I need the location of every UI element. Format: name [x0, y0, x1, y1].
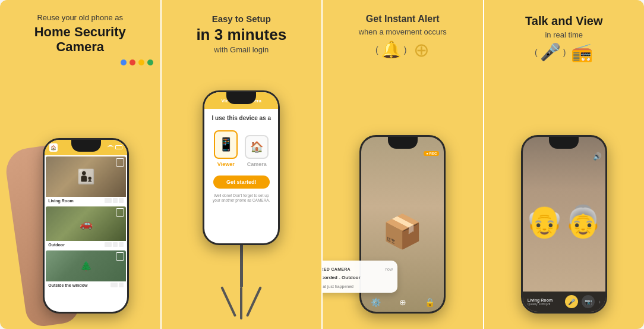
notif-header: 📷 ALFRED CAMERA now — [323, 265, 393, 273]
panel1-subtitle: Reuse your old phone as — [34, 13, 126, 23]
notif-title: Event Recorded - Outdoor — [323, 275, 393, 280]
p4-mic-button[interactable]: 🎤 — [565, 295, 578, 308]
camera-choice-label: Camera — [247, 161, 267, 167]
choice-camera: 🏠 Camera — [245, 135, 269, 167]
window-label: Outside the window — [48, 283, 87, 287]
sound-wave-right-4: ) — [563, 48, 566, 57]
tripod — [217, 240, 265, 319]
feed-outdoor-image: 🚗 — [46, 206, 126, 241]
tripod-leg-center — [240, 287, 242, 319]
notification-card: 📷 ALFRED CAMERA now Event Recorded - Out… — [323, 261, 397, 293]
lock-icon: 🔒 — [425, 297, 435, 307]
feed-controls-2 — [105, 242, 124, 247]
feed-living-room-image: 👨‍👦 — [46, 156, 126, 197]
tripod-base — [217, 287, 265, 319]
room-silhouette: 👨‍👦 — [77, 168, 95, 185]
panel4-desc: in real time — [525, 30, 602, 39]
outdoor-label: Outdoor — [48, 243, 65, 247]
rec-badge: ● REC — [424, 151, 439, 156]
wifi-icon — [108, 145, 113, 150]
panel2-title: in 3 minutes — [196, 26, 286, 44]
p4-quality-text: Quality 1080p ▾ — [528, 302, 553, 306]
p2-question-text: I use this device as a — [206, 115, 277, 121]
panel2-desc: with Gmail login — [196, 45, 286, 54]
phone-notch-1 — [71, 140, 101, 152]
feed-window-image: 🌲 — [46, 250, 126, 281]
feed-outdoor: 🚗 Outdoor — [46, 206, 126, 248]
status-icons — [108, 145, 122, 150]
car-silhouette: 🚗 — [80, 217, 93, 230]
p2-cta-button[interactable]: Get started! — [213, 176, 270, 189]
notif-timestamp: 9:41:00 AM — [323, 280, 393, 284]
dot-green — [147, 59, 153, 65]
panel-instant-alert: Get Instant Alert when a movement occurs… — [323, 0, 484, 329]
tripod-leg-left — [220, 286, 236, 317]
walkie-talkie-icon: 📻 — [571, 42, 593, 62]
panel3-header: Get Instant Alert when a movement occurs… — [359, 13, 447, 61]
viewer-icon: 📱 — [214, 130, 238, 159]
panel2-header: Easy to Setup in 3 minutes with Gmail lo… — [196, 13, 286, 54]
sound-wave-right: ) — [404, 45, 407, 55]
panel1-title: Home Security Camera — [34, 24, 126, 55]
p4-camera-button[interactable]: 📷 — [582, 295, 595, 308]
phone-screen-1: 🏠 👨‍👦 Living Room — [45, 140, 127, 312]
notif-desc: Find out what just happened — [323, 284, 393, 289]
phone-mockup-2: Viewer or Camera I use this device as a … — [203, 90, 280, 245]
phone-in-hand-container: 🏠 👨‍👦 Living Room — [10, 60, 151, 319]
panel1-header: Reuse your old phone as Home Security Ca… — [34, 13, 126, 54]
feed-outdoor-icon — [116, 208, 124, 217]
window-scene: 🌲 — [80, 261, 92, 272]
panel4-phone-area: 👴👵 🔊 Living Room Quality 1080p ▾ 🎤 📷 › — [494, 68, 635, 319]
feed-living-room-bar: Living Room — [46, 197, 126, 204]
phone-notch-4 — [549, 137, 579, 149]
panel2-phone-area: Viewer or Camera I use this device as a … — [171, 60, 312, 319]
panel-easy-setup: Easy to Setup in 3 minutes with Gmail lo… — [162, 0, 323, 329]
panel-talk-view: Talk and View in real time ( 🎤 ) 📻 👴👵 🔊 — [484, 0, 645, 329]
phone-screen-2: Viewer or Camera I use this device as a … — [204, 92, 278, 243]
p4-bottombar: Living Room Quality 1080p ▾ 🎤 📷 › — [523, 292, 605, 312]
google-dots — [121, 59, 153, 65]
rec-text: ● REC — [426, 152, 437, 155]
mic-header-icon: 🎤 — [540, 42, 561, 62]
feed-living-room: 👨‍👦 Living Room — [46, 156, 126, 204]
feed-window-bar: Outside the window — [46, 281, 126, 289]
p2-cta-label: Get started! — [226, 179, 257, 185]
delivery-person: 📦 — [382, 212, 423, 251]
feed-window: 🌲 Outside the window — [46, 250, 126, 289]
dot-red — [130, 59, 135, 65]
bell-icon: 🔔 — [381, 40, 402, 59]
home-icon: 🏠 — [49, 143, 58, 152]
phone-notch-2 — [226, 92, 256, 104]
p3-bottom-icons: ⚙️ ⊕ 🔒 — [361, 297, 444, 307]
panel4-subtitle: Talk and View — [525, 13, 602, 29]
feed-window-icon — [116, 252, 124, 261]
target-bottom-icon: ⊕ — [399, 297, 406, 307]
battery-icon — [115, 145, 122, 149]
elderly-people: 👴👵 — [525, 203, 602, 240]
feed-controls-3 — [111, 283, 124, 287]
panel4-header: Talk and View in real time ( 🎤 ) 📻 — [525, 13, 602, 62]
p4-room-name: Living Room — [528, 298, 553, 302]
phone-screen-4: 👴👵 🔊 Living Room Quality 1080p ▾ 🎤 📷 › — [523, 137, 605, 312]
feed-controls-1 — [105, 198, 124, 203]
notif-app-name: ALFRED CAMERA — [323, 267, 351, 271]
gear-icon: ⚙️ — [371, 297, 381, 307]
target-icon: ⊕ — [413, 39, 430, 61]
panel-home-security: Reuse your old phone as Home Security Ca… — [0, 0, 162, 329]
phone-notch-3 — [388, 137, 418, 149]
tripod-shaft — [240, 245, 243, 287]
panel2-subtitle: Easy to Setup — [196, 13, 286, 25]
p2-note-text: Well done! Don't forget to set up your a… — [204, 193, 278, 203]
sound-wave-left: ( — [375, 45, 378, 55]
viewer-label: Viewer — [217, 161, 235, 167]
panel3-subtitle: Get Instant Alert — [359, 13, 447, 26]
notif-time: now — [385, 267, 393, 271]
p2-choices: 📱 Viewer 🏠 Camera — [214, 130, 269, 167]
p4-controls: 🎤 📷 › — [565, 295, 600, 308]
choice-viewer: 📱 Viewer — [214, 130, 238, 167]
tripod-leg-right — [246, 286, 262, 317]
dot-blue — [121, 59, 127, 65]
p4-chevron-icon: › — [598, 299, 600, 305]
camera-icon: 🏠 — [245, 135, 269, 159]
sound-wave-left-4: ( — [535, 48, 538, 57]
